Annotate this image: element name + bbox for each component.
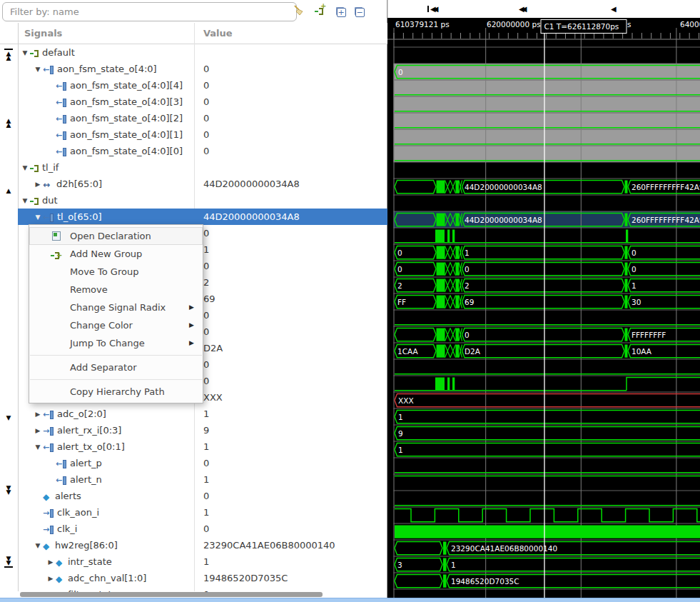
tree-row[interactable]: ←alert_n1 — [18, 471, 387, 488]
signal-output-icon: ← — [56, 81, 67, 91]
menu-item-change-color[interactable]: Change Color▶ — [29, 316, 203, 334]
chevron-down-icon[interactable]: ▼ — [20, 160, 30, 176]
signal-value: 2 — [203, 274, 209, 291]
tree-row[interactable]: ▶←adc_o[2:0]1 — [18, 406, 387, 422]
jump-first-transition-button[interactable]: ▲▲ — [2, 49, 15, 60]
signal-value: 0 — [203, 110, 209, 126]
jump-last-transition-button[interactable]: ▼▼ — [2, 556, 15, 568]
svg-text:23290CA41AE06B80000140: 23290CA41AE06B80000140 — [451, 544, 557, 553]
tree-row[interactable]: ←aon_fsm_state_o[4:0][4]0 — [18, 77, 387, 94]
signal-value: 0 — [203, 488, 209, 504]
expand-all-icon: + — [337, 8, 346, 17]
step-backward-button[interactable]: ◀ — [611, 5, 614, 13]
tree-row[interactable]: ◆alerts0 — [18, 488, 387, 504]
signal-value: 0 — [203, 373, 209, 389]
menu-item-label: Remove — [70, 284, 108, 295]
signal-value: 0 — [203, 143, 209, 159]
filter-input[interactable] — [2, 2, 297, 21]
svg-text:69: 69 — [465, 298, 474, 306]
tree-row[interactable]: ←aon_fsm_state_o[4:0][0]0 — [18, 143, 387, 159]
signal-value: 1 — [203, 553, 209, 570]
tree-row[interactable]: ▶→alert_rx_i[0:3]9 — [18, 422, 387, 438]
tree-row[interactable]: ▼dut — [18, 192, 387, 209]
menu-item-add-separator[interactable]: Add Separator — [29, 358, 203, 376]
tree-row[interactable]: ←aon_fsm_state_o[4:0][3]0 — [18, 94, 387, 110]
svg-text:260FFFFFFFFF42A9: 260FFFFFFFFF42A9 — [631, 183, 700, 191]
signal-value: 0 — [203, 126, 209, 143]
menu-item-label: Add New Group — [70, 249, 142, 259]
chevron-down-icon[interactable]: ▼ — [33, 439, 43, 456]
signal-value: 23290CA41AE06B80000140 — [203, 537, 335, 553]
chevron-down-icon[interactable]: ▼ — [20, 45, 30, 61]
svg-text:2: 2 — [465, 281, 470, 290]
signal-value: 0 — [203, 61, 209, 77]
tree-row[interactable]: →clk_aon_i1 — [18, 504, 387, 521]
signal-output-icon: ← — [56, 131, 67, 141]
chevron-down-icon[interactable]: ▼ — [33, 61, 43, 78]
bottom-horizontal-scrollbar[interactable] — [0, 598, 700, 602]
chevron-down-icon[interactable]: ▼ — [33, 209, 43, 226]
signal-input-icon: → — [43, 525, 54, 535]
waveform-canvas[interactable]: 044D20000000034A8260FFFFFFFFF42A944D2000… — [387, 18, 700, 598]
chevron-right-icon[interactable]: ▶ — [46, 554, 56, 571]
signal-value: 0 — [203, 258, 209, 274]
chevron-down-icon[interactable]: ▼ — [33, 538, 43, 554]
svg-text:19486520D7035C: 19486520D7035C — [451, 577, 519, 586]
signal-output-icon: ← — [56, 98, 67, 108]
signal-output-icon: ← — [43, 65, 54, 75]
tree-row[interactable]: ←alert_p0 — [18, 455, 387, 471]
menu-separator — [30, 355, 202, 356]
tree-row[interactable]: ▼←tl_o[65:0]44D20000000034A8 — [18, 209, 387, 225]
menu-item-open-declaration[interactable]: Open Declaration — [29, 227, 203, 245]
tree-row[interactable]: ←aon_fsm_state_o[4:0][2]0 — [18, 110, 387, 126]
chevron-right-icon[interactable]: ▶ — [33, 406, 43, 423]
tree-row[interactable]: ▼←alert_tx_o[0:1]1 — [18, 438, 387, 455]
signal-label: alert_n — [70, 474, 102, 485]
tree-row[interactable]: ▼◆hw2reg[86:0]23290CA41AE06B80000140 — [18, 537, 387, 553]
menu-item-add-new-group[interactable]: +Add New Group — [29, 245, 203, 263]
chevron-right-icon[interactable]: ▶ — [33, 176, 43, 193]
menu-item-label: Add Separator — [70, 362, 136, 373]
menu-item-change-signal-radix[interactable]: Change Signal Radix▶ — [29, 299, 203, 316]
tree-row[interactable]: ▼←aon_fsm_state_o[4:0]0 — [18, 61, 387, 77]
tree-row[interactable]: ▶◆adc_chn_val[1:0]19486520D7035C — [18, 570, 387, 586]
expand-all-button[interactable]: + — [334, 4, 348, 19]
tree-row[interactable]: ←aon_fsm_state_o[4:0][1]0 — [18, 126, 387, 143]
signal-value: 1 — [203, 438, 209, 455]
signal-label: alert_p — [70, 458, 102, 468]
fast-backward-button[interactable]: ◀◀ — [519, 5, 524, 13]
submenu-arrow-icon: ▶ — [189, 299, 194, 316]
chevron-right-icon[interactable]: ▶ — [33, 423, 43, 439]
svg-text:0: 0 — [397, 265, 402, 274]
svg-text:1: 1 — [398, 413, 403, 421]
tree-row[interactable]: →clk_i0 — [18, 521, 387, 537]
clear-filter-button[interactable] — [291, 4, 305, 19]
chevron-right-icon[interactable]: ▶ — [46, 571, 56, 587]
group-icon — [30, 49, 39, 58]
menu-item-move-to-group[interactable]: Move To Group — [29, 263, 203, 281]
tree-row[interactable]: ▼default — [18, 44, 387, 61]
chevron-down-icon[interactable]: ▼ — [20, 193, 30, 209]
jump-prev-button[interactable]: ▲ — [2, 189, 15, 193]
collapse-all-button[interactable]: − — [352, 4, 367, 19]
broom-icon — [292, 4, 305, 17]
waveform-panel[interactable]: ◀◀◀◀◀ 044D20000000034A8260FFFFFFFFF42A94… — [387, 0, 700, 602]
add-group-button[interactable]: + — [315, 4, 329, 19]
tree-horizontal-scrollbar[interactable] — [20, 592, 323, 597]
variable-icon: ◆ — [56, 574, 65, 584]
tree-row[interactable]: ▼tl_if — [18, 159, 387, 176]
menu-item-jump-to-change[interactable]: Jump To Change▶ — [29, 334, 203, 352]
signal-value: 0 — [203, 323, 209, 340]
tree-row[interactable]: ▶◆intr_state1 — [18, 553, 387, 570]
svg-text:D2A: D2A — [465, 347, 481, 356]
go-to-start-button[interactable]: ◀◀ — [427, 5, 435, 13]
signal-output-icon: ← — [56, 459, 67, 469]
jump-prev-page-button[interactable]: ▲▲ — [2, 119, 15, 127]
svg-text:0: 0 — [398, 68, 403, 76]
jump-next-button[interactable]: ▼ — [2, 416, 15, 420]
jump-next-page-button[interactable]: ▼▼ — [2, 486, 15, 494]
submenu-arrow-icon: ▶ — [189, 316, 194, 334]
tree-row[interactable]: ▶↔d2h[65:0]44D20000000034A8 — [18, 176, 387, 192]
menu-item-remove[interactable]: Remove — [29, 281, 203, 299]
menu-item-copy-hierarchy-path[interactable]: Copy Hierarchy Path — [29, 383, 203, 401]
